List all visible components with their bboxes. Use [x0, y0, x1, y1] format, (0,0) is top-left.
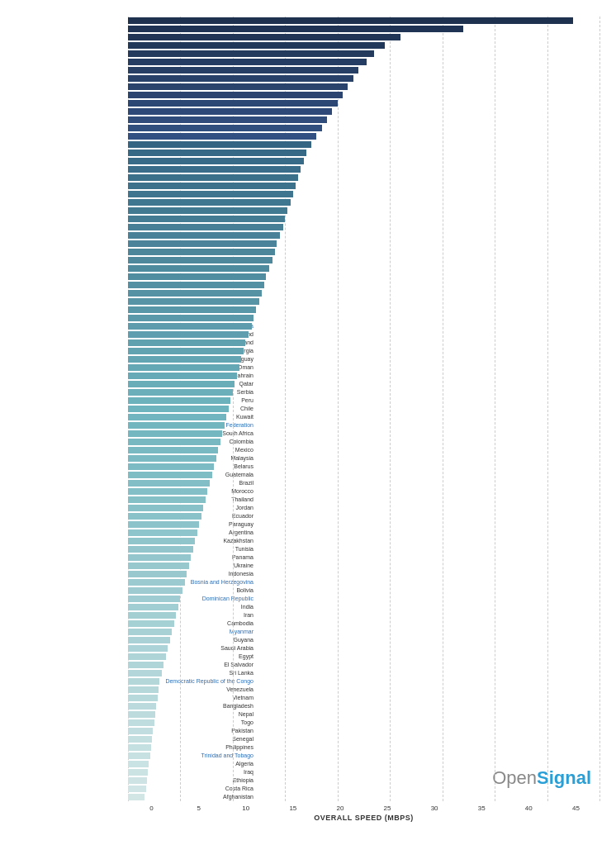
bar-row: Croatia: [128, 157, 599, 164]
bar-row: United Arab Emirates: [128, 314, 599, 321]
bar: [128, 339, 245, 346]
bar-row: Cambodia: [128, 620, 599, 627]
bar-row: Norway: [128, 58, 599, 65]
bar: [128, 472, 212, 478]
x-axis-ticks: 051015202530354045: [128, 805, 599, 812]
bar-row: Peru: [128, 396, 599, 404]
bar-row: Czech Republic: [128, 173, 599, 181]
bar: [128, 719, 154, 726]
bar-row: France: [128, 264, 599, 272]
bar-row: Sweden: [128, 91, 599, 98]
bar-row: Belgium: [128, 116, 599, 123]
x-tick: 0: [128, 805, 175, 812]
bar: [128, 645, 168, 652]
bar: [128, 75, 353, 82]
bar: [128, 761, 149, 767]
bar: [128, 141, 311, 148]
bar: [128, 183, 296, 189]
bar-row: Turkey: [128, 306, 599, 313]
bar-row: Spain: [128, 190, 599, 197]
bar: [128, 463, 214, 470]
bar-row: South Korea: [128, 17, 599, 24]
bar: [128, 373, 237, 379]
bar: [128, 67, 358, 74]
bar-row: Hong Kong: [128, 215, 599, 222]
bar: [128, 480, 210, 487]
bar-row: Finland: [128, 149, 599, 156]
bar: [128, 596, 180, 602]
bar: [128, 554, 191, 561]
bar: [128, 629, 172, 635]
x-axis-label: OVERALL SPEED (MBPS): [128, 814, 599, 822]
bar: [128, 397, 230, 404]
bar: [128, 249, 275, 255]
bar-row: Malaysia: [128, 454, 599, 462]
bar-row: Serbia: [128, 388, 599, 396]
bar: [128, 331, 249, 338]
bar: [128, 546, 193, 553]
bar-row: Singapore: [128, 25, 599, 32]
bar: [128, 777, 147, 784]
bar: [128, 414, 226, 420]
bar: [128, 728, 153, 734]
bar-row: Thailand: [128, 496, 599, 503]
bar: [128, 662, 163, 668]
bar-row: Bosnia and Herzegovina: [128, 578, 599, 586]
bar-row: Uruguay: [128, 355, 599, 363]
bar: [128, 430, 222, 437]
bar: [128, 686, 159, 693]
bar: [128, 439, 220, 445]
x-tick: 10: [222, 805, 269, 812]
bar-row: New Zealand: [128, 107, 599, 115]
bar-row: Georgia: [128, 347, 599, 354]
x-tick: 45: [552, 805, 599, 812]
bar: [128, 224, 283, 230]
bar: [128, 406, 229, 412]
bar-row: Germany: [128, 256, 599, 263]
bar: [128, 323, 252, 330]
bar-row: Venezuela: [128, 686, 599, 693]
bar-row: Tunisia: [128, 545, 599, 553]
bar: [128, 108, 332, 115]
bar-row: Estonia: [128, 207, 599, 214]
bar-row: Panama: [128, 553, 599, 561]
bar-row: Togo: [128, 719, 599, 726]
bar: [128, 587, 182, 594]
bar: [128, 496, 206, 503]
bar-row: Switzerland: [128, 140, 599, 148]
bar: [128, 521, 199, 528]
bar-row: Latvia: [128, 182, 599, 189]
bar-row: Myanmar: [128, 628, 599, 635]
bar-row: Afghanistan: [128, 793, 599, 800]
bar-row: Pakistan: [128, 727, 599, 734]
bar-row: Canada: [128, 124, 599, 131]
bar-row: Senegal: [128, 735, 599, 743]
x-tick: 40: [505, 805, 552, 812]
bar-row: Slovenia: [128, 231, 599, 239]
bar-row: Argentina: [128, 529, 599, 536]
bar-row: Paraguay: [128, 520, 599, 528]
bar-row: Qatar: [128, 380, 599, 387]
bar: [128, 125, 322, 131]
bar-row: Bulgaria: [128, 289, 599, 297]
bar-row: Saudi Arabia: [128, 644, 599, 652]
opensignal-brand: Signal: [537, 767, 591, 788]
bar-row: Netherlands: [128, 66, 599, 74]
x-tick: 5: [175, 805, 222, 812]
bar-row: Kuwait: [128, 413, 599, 420]
bar-row: Israel: [128, 297, 599, 305]
bar-row: Oman: [128, 363, 599, 371]
bar-row: Bolivia: [128, 586, 599, 594]
bar: [128, 59, 367, 65]
bar: [128, 116, 327, 123]
chart-area: South KoreaSingaporeHungaryAustraliaDenm…: [0, 17, 616, 801]
bar: [128, 529, 197, 536]
bar: [128, 488, 207, 495]
bar-row: Poland: [128, 330, 599, 338]
bar-row: Chile: [128, 405, 599, 412]
x-tick: 25: [363, 805, 410, 812]
bar: [128, 604, 178, 610]
bar: [128, 637, 170, 643]
bar: [128, 653, 166, 660]
x-tick: 20: [316, 805, 363, 812]
